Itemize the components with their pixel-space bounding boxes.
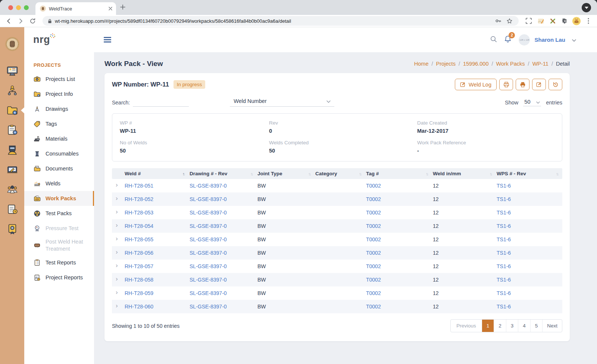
wps-link[interactable]: TS1-6: [496, 210, 562, 216]
print-preview-button[interactable]: [499, 79, 513, 90]
sidebar-item-project-info[interactable]: Project Info: [24, 87, 94, 101]
page-3-button[interactable]: 3: [506, 320, 518, 332]
close-tab-icon[interactable]: [109, 7, 112, 10]
column-category[interactable]: Category↑↓: [315, 171, 365, 176]
page-1-button[interactable]: 1: [482, 320, 494, 332]
row-expand-icon[interactable]: ›: [112, 235, 124, 242]
zoom-window-button[interactable]: [24, 5, 29, 10]
wps-link[interactable]: TS1-6: [496, 304, 562, 310]
sidebar-item-pressure-test[interactable]: Pressure Test: [24, 221, 94, 236]
row-expand-icon[interactable]: ›: [112, 289, 124, 295]
tag-link[interactable]: T0002: [365, 277, 432, 283]
map-extension-icon[interactable]: [537, 17, 545, 25]
row-expand-icon[interactable]: ›: [112, 182, 124, 188]
drawing-link[interactable]: SL-GSE-8397-0: [189, 304, 257, 310]
tag-link[interactable]: T0002: [365, 236, 432, 242]
weld-no-link[interactable]: RH-T28-059: [124, 290, 189, 296]
row-expand-icon[interactable]: ›: [112, 302, 124, 309]
page-size-select[interactable]: 50: [523, 99, 541, 106]
search-input[interactable]: [133, 98, 189, 107]
organization-icon[interactable]: [6, 84, 19, 97]
wps-link[interactable]: TS1-6: [496, 223, 562, 229]
column-weld-in-mm[interactable]: Weld in/mm↑↓: [432, 171, 496, 176]
page-4-button[interactable]: 4: [518, 320, 530, 332]
breadcrumb-wp-11[interactable]: WP-11: [532, 61, 548, 67]
wps-link[interactable]: TS1-6: [496, 290, 562, 296]
column-drawing[interactable]: Drawing # - Rev↑↓: [189, 171, 257, 176]
weld-log-button[interactable]: Weld Log: [455, 79, 497, 90]
user-menu-chevron-icon[interactable]: [572, 37, 576, 43]
wps-link[interactable]: TS1-6: [496, 236, 562, 242]
row-expand-icon[interactable]: ›: [112, 262, 124, 269]
row-expand-icon[interactable]: ›: [112, 195, 124, 201]
drawing-link[interactable]: SL-GSE-8397-0: [189, 183, 257, 189]
search-icon[interactable]: [490, 35, 497, 44]
fullscreen-capture-icon[interactable]: [525, 17, 533, 25]
teams-icon[interactable]: [6, 183, 19, 196]
sidebar-item-consumables[interactable]: Consumables: [24, 146, 94, 161]
drawing-link[interactable]: SL-GSE-8397-0: [189, 236, 257, 242]
browser-menu-icon[interactable]: [584, 17, 593, 25]
tag-link[interactable]: T0002: [365, 223, 432, 229]
column-weld-no[interactable]: Weld #↑↓: [124, 171, 189, 176]
drawings-book-icon[interactable]: [6, 163, 19, 176]
wps-link[interactable]: TS1-6: [496, 263, 562, 269]
weld-no-link[interactable]: RH-T28-058: [124, 277, 189, 283]
breadcrumb-project-number[interactable]: 15996.000: [463, 61, 489, 67]
breadcrumb-projects[interactable]: Projects: [436, 61, 456, 67]
tag-link[interactable]: T0002: [365, 210, 432, 216]
sidebar-item-materials[interactable]: Materials: [24, 131, 94, 146]
tag-link[interactable]: T0002: [365, 263, 432, 269]
wps-link[interactable]: TS1-6: [496, 196, 562, 202]
sidebar-item-test-reports[interactable]: Test Reports: [24, 255, 94, 270]
breadcrumb-home[interactable]: Home: [414, 61, 429, 67]
back-icon[interactable]: [4, 17, 13, 25]
weld-no-link[interactable]: RH-T28-052: [124, 196, 189, 202]
column-joint-type[interactable]: Joint Type↑↓: [257, 171, 315, 176]
dashboard-icon[interactable]: [6, 64, 19, 78]
edit-work-pack-button[interactable]: [532, 79, 546, 90]
reload-icon[interactable]: [28, 17, 37, 25]
wps-link[interactable]: TS1-6: [496, 277, 562, 283]
tag-link[interactable]: T0002: [365, 250, 432, 256]
browser-tab[interactable]: WeldTrace: [35, 2, 116, 15]
close-window-button[interactable]: [8, 5, 13, 10]
history-button[interactable]: [548, 79, 562, 90]
minimize-window-button[interactable]: [16, 5, 21, 10]
weld-no-link[interactable]: RH-T28-055: [124, 236, 189, 242]
search-field-select[interactable]: Weld Number: [230, 98, 334, 107]
tag-link[interactable]: T0002: [365, 196, 432, 202]
sidebar-item-projects-list[interactable]: Projects List: [24, 72, 94, 87]
user-name[interactable]: Sharon Lau: [534, 37, 565, 43]
projects-module-icon[interactable]: [6, 104, 19, 117]
address-bar[interactable]: wt-mig.herokuapp.com/#/projects/589df013…: [43, 16, 519, 26]
tag-link[interactable]: T0002: [365, 290, 432, 296]
certificates-icon[interactable]: [6, 222, 19, 236]
page-2-button[interactable]: 2: [494, 320, 506, 332]
next-page-button[interactable]: Next: [542, 320, 562, 332]
notifications-bell-icon[interactable]: 2: [504, 35, 512, 45]
browser-update-chip[interactable]: [582, 3, 591, 12]
weld-no-link[interactable]: RH-T28-057: [124, 263, 189, 269]
drawing-link[interactable]: SL-GSE-8397-0: [189, 263, 257, 269]
row-expand-icon[interactable]: ›: [112, 208, 124, 215]
new-tab-button[interactable]: [120, 4, 125, 11]
wps-link[interactable]: TS1-6: [496, 250, 562, 256]
print-button[interactable]: [516, 79, 529, 90]
wps-link[interactable]: TS1-6: [496, 183, 562, 189]
row-expand-icon[interactable]: ›: [112, 249, 124, 255]
app-logo-icon[interactable]: [5, 37, 20, 51]
breadcrumb-work-packs[interactable]: Work Packs: [496, 61, 525, 67]
weld-no-link[interactable]: RH-T28-056: [124, 250, 189, 256]
sidebar-item-test-packs[interactable]: Test Packs: [24, 206, 94, 221]
menu-toggle-icon[interactable]: [102, 35, 113, 44]
weld-no-link[interactable]: RH-T28-054: [124, 223, 189, 229]
sidebar-item-work-packs[interactable]: Work Packs: [24, 191, 94, 206]
column-tag[interactable]: Tag #↑↓: [365, 171, 432, 176]
sidebar-item-tags[interactable]: Tags: [24, 116, 94, 131]
extensions-puzzle-icon[interactable]: [560, 17, 569, 25]
bookmark-star-icon[interactable]: [505, 17, 513, 25]
drawing-link[interactable]: SL-GSE-8397-0: [189, 196, 257, 202]
weld-no-link[interactable]: RH-T28-053: [124, 210, 189, 216]
work-orders-icon[interactable]: [6, 123, 19, 137]
